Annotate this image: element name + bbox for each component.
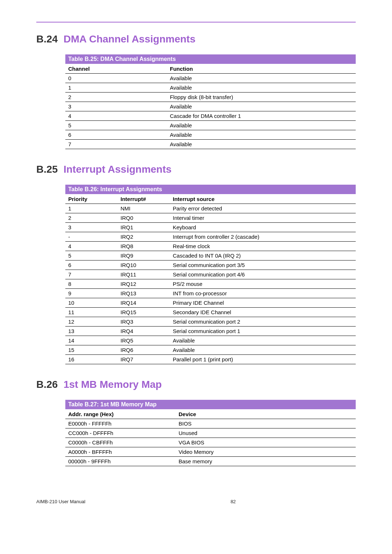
table-mem-caption: Table B.27: 1st MB Memory Map [65, 400, 356, 409]
section-title-b26: 1st MB Memory Map [64, 379, 162, 390]
heading-b26: B.26 1st MB Memory Map [36, 379, 356, 390]
table-cell: IRQ4 [118, 327, 170, 336]
table-mem: Table B.27: 1st MB Memory Map Addr. rang… [65, 400, 356, 466]
table-row: 7IRQ11Serial communication port 4/6 [65, 270, 356, 279]
table-header-row: Priority Interrupt# Interrupt source [65, 194, 356, 204]
header-source: Interrupt source [170, 194, 356, 204]
table-cell: - [65, 232, 118, 242]
table-cell: IRQ11 [118, 270, 170, 279]
table-cell: IRQ6 [118, 345, 170, 355]
table-cell: 4 [65, 242, 118, 251]
table-cell: 15 [65, 345, 118, 355]
top-rule [36, 22, 356, 22]
table-row: A0000h - BFFFFhVideo Memory [65, 447, 356, 457]
table-row: 13IRQ4Serial communication port 1 [65, 327, 356, 336]
table-cell: IRQ12 [118, 279, 170, 289]
header-interrupt: Interrupt# [118, 194, 170, 204]
table-cell: Serial communication port 2 [170, 317, 356, 327]
table-cell: 1 [65, 204, 118, 213]
table-row: 2IRQ0Interval timer [65, 213, 356, 223]
page-footer: AIMB-210 User Manual 82 [36, 481, 356, 504]
table-cell: E0000h - FFFFFh [65, 419, 176, 428]
table-header-row: Channel Function [65, 64, 356, 74]
table-cell: Video Memory [176, 447, 356, 457]
table-row: 0Available [65, 74, 356, 83]
table-cell: 8 [65, 279, 118, 289]
table-cell: IRQ0 [118, 213, 170, 223]
table-row: C0000h - CBFFFhVGA BIOS [65, 438, 356, 447]
table-row: 1NMIParity error detected [65, 204, 356, 213]
table-row: 4Cascade for DMA controller 1 [65, 111, 356, 121]
table-cell: 6 [65, 260, 118, 270]
table-cell: Cascade for DMA controller 1 [167, 111, 356, 121]
table-cell: Parity error detected [170, 204, 356, 213]
table-row: 9IRQ13INT from co-processor [65, 289, 356, 298]
table-header-row: Addr. range (Hex) Device [65, 409, 356, 419]
table-row: 00000h - 9FFFFhBase memory [65, 457, 356, 466]
table-cell: Serial communication port 1 [170, 327, 356, 336]
table-irq-caption: Table B.26: Interrupt Assignments [65, 185, 356, 194]
table-cell: Keyboard [170, 223, 356, 232]
table-cell: Base memory [176, 457, 356, 466]
table-cell: Floppy disk (8-bit transfer) [167, 93, 356, 102]
table-row: 14IRQ5Available [65, 336, 356, 345]
table-cell: IRQ14 [118, 298, 170, 308]
table-cell: Available [167, 140, 356, 149]
table-row: 16IRQ7Parallel port 1 (print port) [65, 355, 356, 364]
table-row: 7Available [65, 140, 356, 149]
table-row: 15IRQ6Available [65, 345, 356, 355]
footer-page-number: 82 [230, 499, 236, 504]
table-cell: IRQ5 [118, 336, 170, 345]
table-cell: IRQ3 [118, 317, 170, 327]
table-cell: Available [167, 102, 356, 111]
table-row: 2Floppy disk (8-bit transfer) [65, 93, 356, 102]
footer-manual: AIMB-210 User Manual [36, 499, 85, 504]
table-row: 12IRQ3Serial communication port 2 [65, 317, 356, 327]
table-cell: Interrupt from controller 2 (cascade) [170, 232, 356, 242]
section-num-b26: B.26 [36, 379, 58, 390]
table-cell: Parallel port 1 (print port) [170, 355, 356, 364]
table-row: 5Available [65, 121, 356, 130]
table-cell: C0000h - CBFFFh [65, 438, 176, 447]
footer-spacer [85, 499, 230, 504]
section-num-b24: B.24 [36, 33, 58, 45]
table-cell: 16 [65, 355, 118, 364]
table-cell: 5 [65, 121, 167, 130]
table-cell: 10 [65, 298, 118, 308]
table-cell: Serial communication port 4/6 [170, 270, 356, 279]
table-row: 3IRQ1Keyboard [65, 223, 356, 232]
table-cell: 7 [65, 270, 118, 279]
table-cell: 3 [65, 223, 118, 232]
table-mem-wrap: Table B.27: 1st MB Memory Map Addr. rang… [65, 400, 356, 466]
heading-b25: B.25 Interrupt Assignments [36, 164, 356, 175]
table-cell: A0000h - BFFFFh [65, 447, 176, 457]
table-row: 6IRQ10Serial communication port 3/5 [65, 260, 356, 270]
table-cell: 4 [65, 111, 167, 121]
table-cell: NMI [118, 204, 170, 213]
table-cell: Cascaded to INT 0A (IRQ 2) [170, 251, 356, 260]
header-channel: Channel [65, 64, 167, 74]
table-cell: IRQ13 [118, 289, 170, 298]
table-cell: Available [170, 336, 356, 345]
table-cell: Available [167, 83, 356, 93]
header-addr: Addr. range (Hex) [65, 409, 176, 419]
table-row: 10IRQ14Primary IDE Channel [65, 298, 356, 308]
section-num-b25: B.25 [36, 164, 58, 175]
section-title-b24: DMA Channel Assignments [64, 33, 196, 45]
table-cell: Available [167, 121, 356, 130]
table-row: 6Available [65, 130, 356, 140]
table-row: E0000h - FFFFFhBIOS [65, 419, 356, 428]
table-row: -IRQ2Interrupt from controller 2 (cascad… [65, 232, 356, 242]
table-cell: 1 [65, 83, 167, 93]
table-cell: Available [170, 345, 356, 355]
table-cell: 6 [65, 130, 167, 140]
table-cell: Serial communication port 3/5 [170, 260, 356, 270]
table-cell: Available [167, 74, 356, 83]
table-dma-caption: Table B.25: DMA Channel Assignments [65, 54, 356, 64]
table-dma: Table B.25: DMA Channel Assignments Chan… [65, 54, 356, 149]
table-cell: INT from co-processor [170, 289, 356, 298]
table-cell: IRQ9 [118, 251, 170, 260]
table-cell: IRQ8 [118, 242, 170, 251]
table-cell: CC000h - DFFFFh [65, 428, 176, 438]
table-cell: IRQ1 [118, 223, 170, 232]
